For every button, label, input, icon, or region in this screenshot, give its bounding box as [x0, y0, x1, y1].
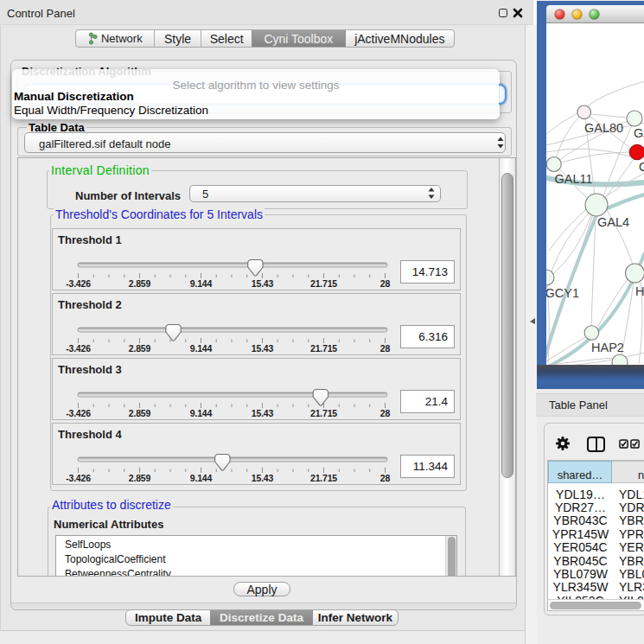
svg-text:-3.426: -3.426 [66, 408, 91, 418]
svg-text:-3.426: -3.426 [66, 343, 91, 354]
svg-text:-3.426: -3.426 [66, 473, 91, 483]
svg-text:HAP2: HAP2 [591, 341, 624, 354]
svg-text:GAL11: GAL11 [555, 172, 593, 186]
svg-text:9.144: 9.144 [190, 278, 213, 289]
svg-text:GAL4: GAL4 [597, 215, 629, 229]
svg-text:21.715: 21.715 [310, 408, 337, 418]
svg-text:C: C [639, 160, 644, 174]
svg-text:2.859: 2.859 [129, 473, 151, 483]
svg-text:-3.426: -3.426 [66, 278, 91, 289]
svg-text:9.144: 9.144 [190, 473, 213, 483]
svg-text:15.43: 15.43 [252, 473, 274, 483]
svg-text:21.715: 21.715 [310, 278, 337, 289]
svg-text:28: 28 [380, 278, 391, 289]
svg-text:28: 28 [380, 473, 391, 483]
svg-text:2.859: 2.859 [129, 343, 151, 354]
svg-text:21.715: 21.715 [310, 343, 337, 354]
svg-text:9.144: 9.144 [190, 408, 213, 418]
svg-text:GA: GA [634, 126, 644, 140]
svg-text:2.859: 2.859 [129, 408, 151, 418]
svg-text:15.43: 15.43 [252, 408, 274, 418]
svg-text:28: 28 [380, 408, 391, 418]
svg-text:21.715: 21.715 [310, 473, 337, 483]
svg-text:GCY1: GCY1 [546, 286, 579, 300]
svg-text:28: 28 [380, 343, 391, 354]
svg-text:15.43: 15.43 [252, 343, 274, 354]
svg-text:9.144: 9.144 [190, 343, 213, 354]
svg-text:15.43: 15.43 [252, 278, 274, 289]
svg-text:2.859: 2.859 [129, 278, 151, 289]
svg-text:GAL80: GAL80 [584, 121, 623, 135]
svg-text:H: H [635, 284, 644, 298]
